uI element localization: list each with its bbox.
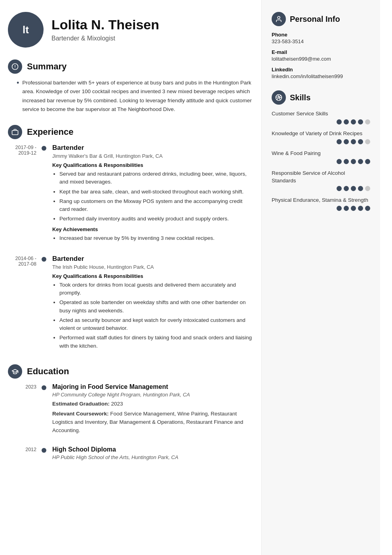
skill-dot-0-4 <box>365 119 370 124</box>
skill-dot-0-2 <box>351 119 356 124</box>
experience-icon <box>8 125 22 139</box>
edu-grad-label-1: Estimated Graduation: <box>52 401 110 407</box>
skill-dot-4-4 <box>365 206 370 211</box>
skill-dot-3-0 <box>337 186 342 191</box>
skill-dot-3-2 <box>351 186 356 191</box>
edu-grad-year-1: 2023 <box>111 401 123 407</box>
list-item: Served bar and restaurant patrons ordere… <box>59 170 253 186</box>
edu-coursework-label-1: Relevant Coursework: <box>52 411 109 417</box>
skill-dot-0-0 <box>337 119 342 124</box>
edu-item-1: 2023 Majoring in Food Service Management… <box>8 383 253 436</box>
edu-school-1: HP Community College Night Program, Hunt… <box>52 392 253 398</box>
summary-title: Summary <box>27 61 67 72</box>
skill-dot-4-1 <box>344 206 349 211</box>
list-item: Performed daily inventory audits and wee… <box>59 215 253 223</box>
skill-name-1: Knowledge of Variety of Drink Recipes <box>272 130 370 138</box>
personal-info-header: Personal Info <box>272 12 370 26</box>
skill-dot-4-2 <box>351 206 356 211</box>
edu-date-1: 2023 <box>8 383 44 436</box>
job-date-1: 2017-09 -2019-12 <box>8 144 44 245</box>
skill-dot-2-0 <box>337 159 342 164</box>
list-item: Acted as security bouncer and kept watch… <box>59 316 253 333</box>
skill-dot-0-1 <box>344 119 349 124</box>
edu-dot-1 <box>42 385 46 390</box>
edu-dot-2 <box>42 448 46 453</box>
skill-item-0: Customer Service Skills <box>272 110 370 124</box>
timeline-dot-1 <box>42 146 46 151</box>
resume-header: lt Lolita N. Theisen Bartender & Mixolog… <box>8 12 253 48</box>
job-company-2: The Irish Public House, Huntington Park,… <box>52 264 253 270</box>
phone-label: Phone <box>272 32 370 38</box>
candidate-subtitle: Bartender & Mixologist <box>51 35 159 42</box>
skill-dot-3-4 <box>365 186 370 191</box>
skill-dot-1-1 <box>344 139 349 144</box>
skill-name-2: Wine & Food Pairing <box>272 150 370 157</box>
job-achievements-list-1: Increased bar revenue by 5% by inventing… <box>52 234 253 242</box>
skill-dots-2 <box>272 159 370 164</box>
summary-text: Professional bartender with 5+ years of … <box>17 78 253 114</box>
personal-info-title: Personal Info <box>290 15 340 24</box>
skill-dot-2-4 <box>365 159 370 164</box>
svg-point-4 <box>278 16 280 19</box>
summary-content: Professional bartender with 5+ years of … <box>8 78 253 114</box>
summary-paragraph: Professional bartender with 5+ years of … <box>22 78 253 114</box>
job-qualifications-list-1: Served bar and restaurant patrons ordere… <box>52 170 253 223</box>
right-column: Personal Info Phone 323-583-3514 E-mail … <box>261 0 380 555</box>
edu-degree-1: Majoring in Food Service Management <box>52 383 253 390</box>
job-content-1: Bartender Jimmy Walker's Bar & Grill, Hu… <box>44 144 253 245</box>
education-section-header: Education <box>8 364 253 379</box>
job-achievements-heading-1: Key Achievements <box>52 226 253 232</box>
skill-item-2: Wine & Food Pairing <box>272 150 370 164</box>
edu-date-2: 2012 <box>8 446 44 463</box>
experience-title: Experience <box>27 127 73 137</box>
edu-degree-2: High School Diploma <box>52 446 253 453</box>
summary-section-header: Summary <box>8 59 253 74</box>
job-company-1: Jimmy Walker's Bar & Grill, Huntington P… <box>52 153 253 159</box>
job-title-1: Bartender <box>52 144 253 152</box>
job-date-2: 2014-06 -2017-08 <box>8 255 44 353</box>
job-item-1: 2017-09 -2019-12 Bartender Jimmy Walker'… <box>8 144 253 245</box>
edu-content-2: High School Diploma HP Public High Schoo… <box>44 446 253 463</box>
job-content-2: Bartender The Irish Public House, Huntin… <box>44 255 253 353</box>
skill-item-3: Responsible Service of Alcohol Standards <box>272 170 370 191</box>
timeline-dot-2 <box>42 257 46 262</box>
personal-info-section: Personal Info Phone 323-583-3514 E-mail … <box>272 12 370 79</box>
edu-item-2: 2012 High School Diploma HP Public High … <box>8 446 253 463</box>
skill-name-4: Physical Endurance, Stamina & Strength <box>272 197 370 204</box>
summary-icon <box>8 59 22 74</box>
svg-rect-3 <box>12 130 18 135</box>
email-value: lolitatheisen999@me.com <box>272 56 370 62</box>
list-item: Kept the bar area safe, clean, and well-… <box>59 188 253 196</box>
skill-name-0: Customer Service Skills <box>272 110 370 118</box>
skill-dots-0 <box>272 119 370 124</box>
skill-dots-4 <box>272 206 370 211</box>
avatar: lt <box>8 12 44 48</box>
skill-dot-2-3 <box>358 159 363 164</box>
skill-dots-1 <box>272 139 370 144</box>
skill-dot-0-3 <box>358 119 363 124</box>
experience-section-header: Experience <box>8 125 253 139</box>
candidate-name: Lolita N. Theisen <box>51 17 159 32</box>
skill-dot-4-3 <box>358 206 363 211</box>
skill-dot-1-3 <box>358 139 363 144</box>
skill-dot-4-0 <box>337 206 342 211</box>
edu-coursework-1: Relevant Coursework: Food Service Manage… <box>52 410 253 435</box>
skill-dot-1-2 <box>351 139 356 144</box>
skills-icon <box>272 90 286 105</box>
skill-dot-2-2 <box>351 159 356 164</box>
skills-list: Customer Service SkillsKnowledge of Vari… <box>272 110 370 211</box>
job-qualifications-heading-1: Key Qualifications & Responsibilities <box>52 162 253 168</box>
skill-dot-3-1 <box>344 186 349 191</box>
education-section: Education 2023 Majoring in Food Service … <box>8 364 253 463</box>
skills-section: Skills Customer Service SkillsKnowledge … <box>272 90 370 211</box>
left-column: lt Lolita N. Theisen Bartender & Mixolog… <box>0 0 261 555</box>
summary-section: Summary Professional bartender with 5+ y… <box>8 59 253 114</box>
edu-content-1: Majoring in Food Service Management HP C… <box>44 383 253 436</box>
list-item: Increased bar revenue by 5% by inventing… <box>59 234 253 242</box>
skill-item-1: Knowledge of Variety of Drink Recipes <box>272 130 370 144</box>
job-qualifications-heading-2: Key Qualifications & Responsibilities <box>52 273 253 279</box>
skills-header: Skills <box>272 90 370 105</box>
phone-value: 323-583-3514 <box>272 38 370 44</box>
skill-dot-2-1 <box>344 159 349 164</box>
skill-name-3: Responsible Service of Alcohol Standards <box>272 170 370 185</box>
